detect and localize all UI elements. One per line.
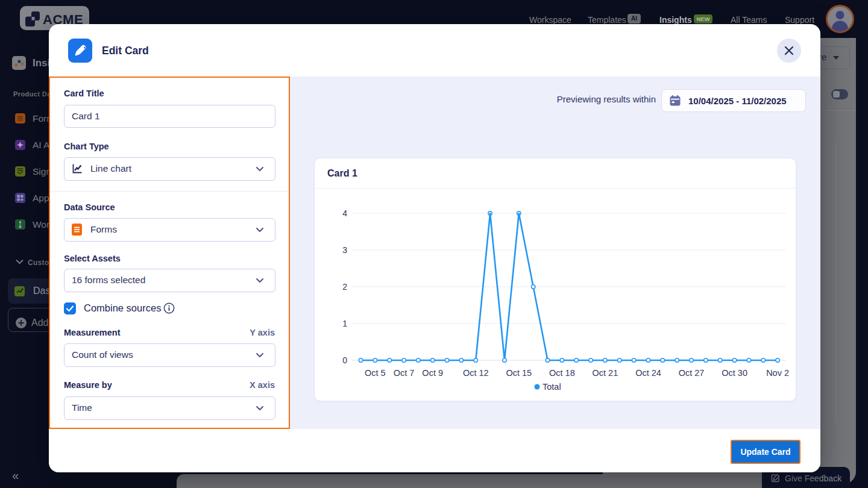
svg-text:Oct 9: Oct 9: [422, 368, 443, 378]
svg-text:4: 4: [342, 208, 347, 218]
svg-text:Oct 21: Oct 21: [593, 368, 618, 378]
svg-text:Oct 15: Oct 15: [506, 368, 532, 378]
svg-text:Nov 2: Nov 2: [766, 368, 789, 378]
svg-text:Oct 12: Oct 12: [463, 368, 489, 378]
svg-text:Oct 27: Oct 27: [679, 368, 705, 378]
svg-text:2: 2: [342, 282, 347, 292]
svg-text:Total: Total: [542, 382, 561, 392]
svg-text:3: 3: [342, 245, 347, 255]
svg-text:Oct 7: Oct 7: [394, 368, 415, 378]
svg-text:1: 1: [342, 319, 347, 328]
svg-text:0: 0: [342, 355, 347, 365]
svg-text:Oct 18: Oct 18: [549, 368, 575, 378]
svg-text:Oct 5: Oct 5: [365, 368, 386, 378]
svg-text:Oct 30: Oct 30: [722, 368, 747, 378]
svg-text:Oct 24: Oct 24: [635, 368, 661, 378]
